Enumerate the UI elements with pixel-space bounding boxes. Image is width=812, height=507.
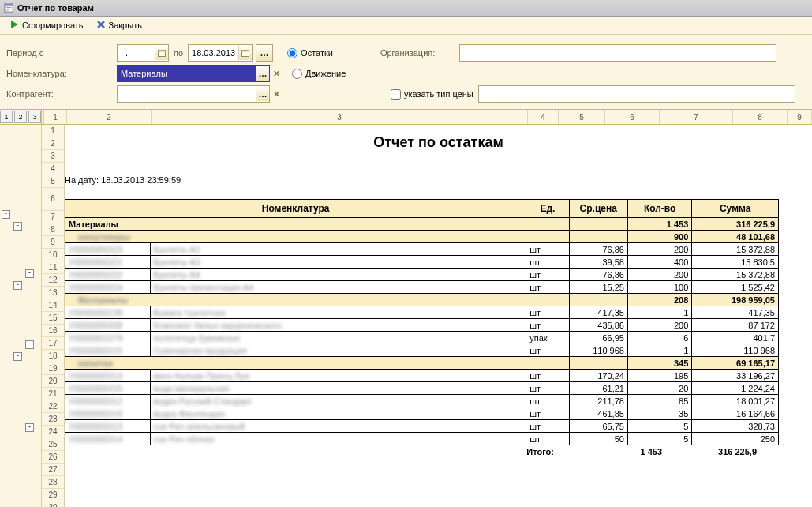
row-header-cell[interactable]: 3	[42, 150, 64, 163]
ruler: 1 2 3 123456789	[0, 110, 812, 125]
row-header-cell[interactable]: 10	[42, 249, 64, 261]
row-header-cell[interactable]: 2	[42, 137, 64, 150]
row-header-cell[interactable]: 24	[42, 426, 64, 438]
row-header-cell[interactable]: 12	[42, 274, 64, 287]
column-ruler-cell[interactable]: 6	[605, 110, 660, 124]
pricetype-checkbox-input[interactable]	[391, 89, 401, 100]
calendar-icon[interactable]	[155, 46, 168, 60]
outline-level-2[interactable]: 2	[14, 111, 27, 123]
col-header-nomen: Номенклатура	[65, 200, 526, 218]
ellipsis-button[interactable]: …	[256, 66, 269, 81]
row-header-cell[interactable]: 22	[42, 400, 64, 413]
table-row[interactable]: У0000000315вода минеральнаяшт61,21201 22…	[65, 382, 779, 395]
column-ruler-cell[interactable]: 7	[660, 110, 733, 124]
row-header-cell[interactable]: 1	[42, 125, 64, 137]
table-row[interactable]: У0000000323Буклеты A2шт76,8620015 372,88	[65, 243, 779, 256]
row-headers: 1234567891011121314151617181920212223242…	[42, 125, 65, 507]
table-row[interactable]: У0000000316водка Финляндияшт461,853516 1…	[65, 407, 779, 420]
column-ruler-cell[interactable]: 8	[733, 110, 788, 124]
period-from-input[interactable]: . .	[117, 44, 169, 62]
row-header-cell[interactable]: 6	[42, 188, 64, 211]
row-header-cell[interactable]: 21	[42, 388, 64, 400]
group-row[interactable]: Материалы1 453316 225,9	[65, 218, 779, 231]
close-button[interactable]: Закрыть	[92, 19, 147, 32]
outline-toggle[interactable]: -	[13, 352, 22, 361]
column-ruler-cell[interactable]: 1	[44, 110, 67, 124]
table-row[interactable]: У0000000239Бумага туалетнаяшт417,351417,…	[65, 306, 779, 319]
close-icon	[96, 20, 106, 31]
period-choose-button[interactable]: …	[256, 44, 273, 62]
calendar-icon[interactable]	[238, 46, 252, 60]
row-header-cell[interactable]: 9	[42, 236, 64, 249]
outline-toggle[interactable]: -	[25, 269, 34, 278]
outline-toggle[interactable]: -	[13, 222, 22, 231]
period-to-input[interactable]: 18.03.2013	[188, 44, 253, 62]
form-button[interactable]: Сформировать	[5, 19, 88, 32]
table-row[interactable]: У0000000322Буклеты A4шт76,8620015 372,88	[65, 269, 779, 281]
table-row[interactable]: У0000000313вино Кальве Принц Луишт170,24…	[65, 370, 779, 382]
outline-toggle[interactable]: -	[25, 423, 34, 432]
row-header-cell[interactable]: 16	[42, 325, 64, 337]
radio-movement[interactable]: Движение	[292, 69, 346, 79]
table-row[interactable]: У0000000324Буклеты презентация A4шт15,25…	[65, 281, 779, 294]
table-row[interactable]: У0000001079полотенца бумажныеупак66,9564…	[65, 332, 779, 344]
pricetype-input[interactable]	[478, 85, 795, 103]
row-header-cell[interactable]: 28	[42, 476, 64, 489]
clear-nomenclature-button[interactable]: ✕	[270, 66, 283, 81]
group-row[interactable]: канцтовары90048 101,68	[65, 231, 779, 243]
outline-toggle[interactable]: -	[2, 210, 10, 219]
spreadsheet-area[interactable]: Отчет по остаткам На дату: 18.03.2013 23…	[65, 125, 812, 507]
radio-balance[interactable]: Остатки	[287, 48, 333, 58]
col-header-qty: Кол-во	[627, 200, 691, 218]
clear-contragent-button[interactable]: ✕	[270, 86, 283, 102]
column-ruler-cell[interactable]: 3	[152, 110, 528, 124]
table-row[interactable]: У0000000312водка Русский Стандартшт211,7…	[65, 395, 779, 407]
period-to-label: по	[174, 48, 183, 58]
ellipsis-button[interactable]: …	[256, 87, 269, 101]
pricetype-checkbox[interactable]: указать тип цены	[391, 89, 473, 100]
row-header-cell[interactable]: 8	[42, 223, 64, 236]
contragent-input[interactable]: …	[117, 85, 270, 103]
svg-rect-11	[242, 51, 249, 52]
column-ruler-cell[interactable]: 9	[788, 110, 812, 124]
row-header-cell[interactable]: 25	[42, 438, 64, 451]
outline-level-3[interactable]: 3	[28, 111, 41, 123]
row-header-cell[interactable]: 4	[42, 163, 64, 175]
column-ruler-cell[interactable]: 2	[67, 110, 152, 124]
row-header-cell[interactable]: 11	[42, 261, 64, 274]
row-header-cell[interactable]: 18	[42, 350, 64, 362]
row-header-cell[interactable]: 17	[42, 337, 64, 350]
group-row[interactable]: напитки34569 165,17	[65, 357, 779, 370]
row-header-cell[interactable]: 29	[42, 489, 64, 501]
outline-toggle[interactable]: -	[25, 340, 34, 349]
table-row[interactable]: У0000000313сок Рич апельсиновыйшт65,7553…	[65, 420, 779, 433]
radio-movement-input[interactable]	[292, 69, 302, 79]
row-header-cell[interactable]: 23	[42, 413, 64, 426]
col-header-sum: Сумма	[692, 200, 779, 218]
row-header-cell[interactable]: 30	[42, 501, 64, 507]
row-header-cell[interactable]: 20	[42, 375, 64, 388]
row-header-cell[interactable]: 13	[42, 287, 64, 299]
table-row[interactable]: У0000000308Комплект белья хирургического…	[65, 319, 779, 332]
row-header-cell[interactable]: 7	[42, 211, 64, 223]
row-header-cell[interactable]: 5	[42, 175, 64, 188]
org-input[interactable]	[459, 44, 776, 62]
outline-toggle[interactable]: -	[13, 281, 22, 290]
row-header-cell[interactable]: 27	[42, 464, 64, 476]
outline-level-buttons: 1 2 3	[0, 110, 42, 124]
row-header-cell[interactable]: 15	[42, 312, 64, 325]
svg-rect-4	[6, 10, 9, 11]
group-row[interactable]: Материалы208198 959,05	[65, 294, 779, 306]
column-ruler-cell[interactable]: 5	[559, 110, 605, 124]
table-row[interactable]: У0000000321Буклеты A3шт39,5840015 830,5	[65, 256, 779, 269]
row-header-cell[interactable]: 14	[42, 299, 64, 312]
column-ruler-cell[interactable]: 4	[528, 110, 559, 124]
radio-balance-input[interactable]	[287, 48, 297, 58]
row-header-cell[interactable]: 26	[42, 451, 64, 464]
window-title: Отчет по товарам	[17, 3, 94, 13]
outline-level-1[interactable]: 1	[0, 111, 13, 123]
nomenclature-input[interactable]: Материалы …	[117, 65, 270, 82]
table-row[interactable]: У0000000315Сувенирная продукцияшт110 968…	[65, 344, 779, 357]
row-header-cell[interactable]: 19	[42, 362, 64, 375]
table-row[interactable]: У0000000314сок Рич яблокошт505250	[65, 433, 779, 445]
